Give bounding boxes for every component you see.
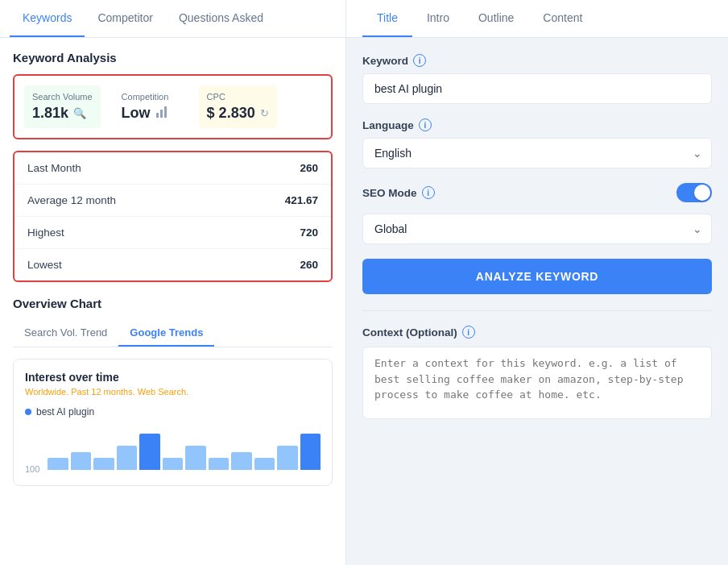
cpc-block: CPC $ 2.830 ↻ (199, 85, 277, 128)
bar-1 (48, 458, 68, 470)
keyword-analysis-title: Keyword Analysis (13, 51, 333, 64)
tab-keywords[interactable]: Keywords (10, 0, 85, 37)
search-icon: 🔍 (73, 107, 86, 119)
left-tabs: Keywords Competitor Questions Asked (0, 0, 345, 38)
keyword-label: Keyword i (362, 54, 712, 67)
language-select[interactable]: English Spanish French German (362, 138, 712, 168)
trends-legend: best AI plugin (25, 406, 321, 418)
legend-label: best AI plugin (36, 406, 94, 418)
context-label: Context (Optional) i (362, 326, 712, 339)
bar-9 (231, 452, 252, 470)
global-form-group: Global Local Regional ⌄ (362, 214, 712, 244)
tab-competitor[interactable]: Competitor (85, 0, 165, 37)
divider (362, 310, 712, 311)
bar-3 (93, 458, 114, 470)
right-tab-intro[interactable]: Intro (412, 0, 464, 37)
bar-10 (254, 458, 275, 470)
bar-6 (163, 458, 184, 470)
language-form-group: Language i English Spanish French German… (362, 118, 712, 168)
refresh-icon[interactable]: ↻ (260, 107, 269, 119)
right-tab-content[interactable]: Content (528, 0, 597, 37)
tab-questions-asked[interactable]: Questions Asked (166, 0, 276, 37)
chart-tab-search-vol[interactable]: Search Vol. Trend (13, 320, 118, 347)
context-form-group: Context (Optional) i (362, 326, 712, 422)
stat-value-lowest: 260 (300, 259, 318, 271)
bar-5 (139, 434, 160, 470)
bar-12 (300, 434, 321, 470)
stat-label-highest: Highest (27, 226, 64, 239)
bar-11 (277, 446, 298, 470)
stat-value-highest: 720 (300, 226, 318, 239)
legend-dot (25, 409, 31, 415)
chart-tab-google-trends[interactable]: Google Trends (118, 320, 214, 347)
svg-rect-2 (164, 106, 167, 118)
stat-label-last-month: Last Month (27, 162, 81, 174)
chart-label-100: 100 (25, 464, 39, 474)
stat-row-last-month: Last Month 260 (14, 152, 331, 185)
bar-2 (71, 452, 92, 470)
context-info-icon[interactable]: i (462, 326, 475, 339)
language-info-icon[interactable]: i (419, 118, 432, 131)
search-volume-label: Search Volume (32, 92, 93, 102)
left-panel-content: Keyword Analysis Search Volume 1.81k 🔍 C… (0, 38, 345, 565)
keyword-input[interactable] (362, 73, 712, 104)
chart-tabs: Search Vol. Trend Google Trends (13, 320, 333, 347)
right-panel: Title Intro Outline Content Keyword i La… (346, 0, 728, 565)
global-select-wrapper: Global Local Regional ⌄ (362, 214, 712, 244)
svg-rect-1 (160, 110, 163, 118)
competition-label: Competition (122, 92, 178, 102)
context-textarea[interactable] (362, 347, 712, 419)
bar-chart (48, 426, 321, 470)
trends-box: Interest over time Worldwide. Past 12 mo… (13, 359, 333, 486)
seo-mode-row: SEO Mode i (362, 183, 712, 202)
bar-8 (209, 458, 230, 470)
right-tab-outline[interactable]: Outline (464, 0, 528, 37)
seo-mode-toggle[interactable] (676, 183, 712, 202)
search-volume-block: Search Volume 1.81k 🔍 (24, 85, 101, 128)
trends-subtitle: Worldwide. Past 12 months. Web Search. (25, 387, 321, 397)
toggle-knob (694, 185, 710, 201)
language-select-wrapper: English Spanish French German ⌄ (362, 138, 712, 168)
keyword-form-group: Keyword i (362, 54, 712, 104)
analyze-keyword-button[interactable]: ANALYZE KEYWORD (362, 259, 712, 294)
competition-value: Low (122, 105, 151, 122)
seo-mode-label: SEO Mode i (362, 186, 435, 199)
trends-title: Interest over time (25, 371, 321, 384)
overview-title: Overview Chart (13, 297, 333, 310)
bar-7 (185, 446, 206, 470)
stat-row-avg-12: Average 12 month 421.67 (14, 185, 331, 217)
competition-block: Competition Low (114, 85, 186, 128)
stat-label-avg-12: Average 12 month (27, 194, 116, 206)
bar-4 (117, 446, 138, 470)
cpc-label: CPC (207, 92, 269, 102)
trends-chart: 100 (25, 426, 321, 474)
language-label: Language i (362, 118, 712, 131)
right-tab-title[interactable]: Title (362, 0, 412, 37)
stat-value-avg-12: 421.67 (285, 194, 318, 206)
stat-row-highest: Highest 720 (14, 217, 331, 249)
bar-chart-icon (155, 106, 168, 121)
keyword-info-icon[interactable]: i (413, 54, 426, 67)
right-content: Keyword i Language i English Spanish Fre… (346, 38, 728, 565)
global-select[interactable]: Global Local Regional (362, 214, 712, 244)
svg-rect-0 (156, 113, 159, 118)
search-volume-value: 1.81k (32, 105, 68, 122)
keyword-analysis-box: Search Volume 1.81k 🔍 Competition Low (13, 74, 333, 139)
left-panel: Keywords Competitor Questions Asked Keyw… (0, 0, 346, 565)
cpc-value: $ 2.830 (207, 105, 255, 122)
stat-row-lowest: Lowest 260 (14, 249, 331, 280)
stat-label-lowest: Lowest (27, 259, 62, 271)
right-tabs: Title Intro Outline Content (346, 0, 728, 38)
stats-box: Last Month 260 Average 12 month 421.67 H… (13, 151, 333, 282)
stat-value-last-month: 260 (300, 162, 318, 174)
seo-mode-info-icon[interactable]: i (422, 186, 435, 199)
